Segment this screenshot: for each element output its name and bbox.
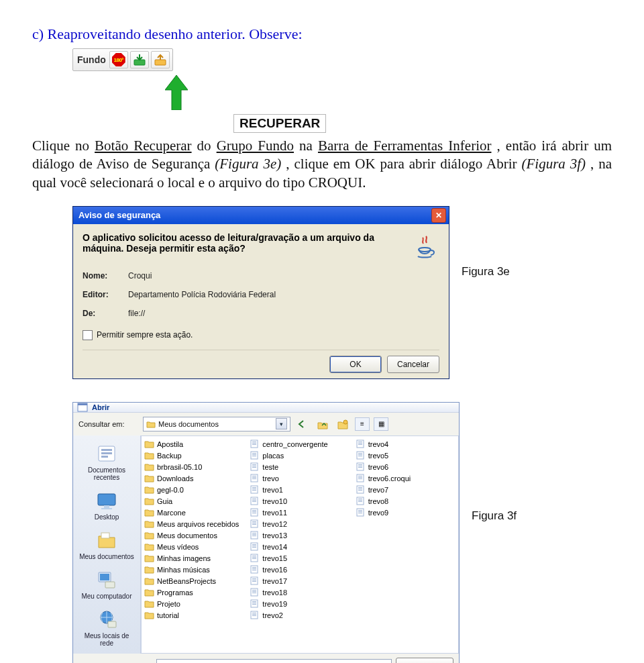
file-item[interactable]: Minhas imagens [144,553,244,564]
file-item[interactable]: Projeto [144,599,244,609]
always-allow-checkbox[interactable] [83,330,93,340]
file-item[interactable]: trevo4 [356,439,455,450]
svg-rect-74 [252,593,256,593]
folder-icon [144,440,154,449]
svg-rect-108 [358,510,362,511]
file-item[interactable]: Marcone [144,507,244,518]
folder-icon [144,576,154,586]
up-button[interactable] [315,417,331,431]
file-item[interactable]: trevo17 [250,576,350,586]
file-item[interactable]: teste [250,462,350,472]
file-item[interactable]: trevo5 [356,450,455,461]
file-item[interactable]: Guia [144,496,244,507]
file-item[interactable]: trevo10 [250,496,350,507]
file-item[interactable]: trevo13 [250,530,350,541]
file-item[interactable]: trevo1 [250,484,350,495]
svg-rect-42 [252,501,256,502]
file-item[interactable]: Meus arquivos recebidos [144,519,244,529]
file-item[interactable]: trevo9 [356,507,455,518]
file-item[interactable]: trevo8 [356,496,455,507]
place-label: Desktop [95,513,119,521]
recent-icon [95,442,119,465]
file-icon [250,497,260,506]
save-background-button[interactable] [130,51,149,68]
file-item[interactable]: trevo2 [250,610,350,621]
svg-point-5 [343,420,347,424]
rotate-180-icon: 180° [112,53,125,66]
svg-rect-60 [252,556,256,556]
cancel-button[interactable]: Cancelar [387,356,439,373]
file-item[interactable]: Minhas músicas [144,564,244,575]
file-item[interactable]: Backup [144,450,244,461]
svg-rect-99 [357,486,364,493]
rotate-180-button[interactable]: 180° [109,51,128,68]
file-item[interactable]: placas [250,450,350,461]
folder-icon [144,588,154,597]
file-icon [250,519,260,529]
chevron-down-icon: ▾ [276,418,287,429]
file-name: trevo1 [262,486,283,494]
file-item[interactable]: Downloads [144,473,244,484]
text-underline: Barra de Ferramentas Inferior [318,138,492,154]
svg-rect-104 [358,499,362,499]
new-folder-button[interactable] [335,417,351,431]
lookin-dropdown[interactable]: Meus documentos ▾ [143,417,290,431]
file-item[interactable]: Meus vídeos [144,542,244,552]
file-name: centro_convergente [262,440,327,448]
file-item[interactable]: Meus documentos [144,530,244,541]
file-item[interactable]: trevo15 [250,553,350,564]
file-name: Apostila [157,440,183,448]
file-item[interactable]: NetBeansProjects [144,576,244,586]
file-item[interactable]: Apostila [144,439,244,450]
file-item[interactable]: trevo [250,473,350,484]
file-item[interactable]: gegl-0.0 [144,484,244,495]
file-item[interactable]: trevo12 [250,519,350,529]
place-mypc[interactable]: Meu computador [77,566,136,603]
file-list[interactable]: ApostilaBackupbrbrasil-05.10Downloadsgeg… [141,436,459,654]
place-mynet[interactable]: Meus locais de rede [77,605,136,650]
svg-rect-71 [251,589,258,596]
svg-rect-15 [100,574,109,580]
file-item[interactable]: trevo14 [250,542,350,552]
svg-rect-30 [252,467,256,468]
callout-label-box: RECUPERAR [233,114,326,133]
open-button[interactable]: Abrir [396,658,453,663]
file-item[interactable]: tutorial [144,610,244,621]
file-name: trevo19 [262,600,287,608]
toolbar-label: Fundo [76,54,107,65]
svg-rect-32 [252,476,256,476]
file-name: brbrasil-05.10 [157,463,202,471]
svg-rect-10 [98,494,115,505]
file-item[interactable]: trevo16 [250,564,350,575]
folder-icon [144,485,154,495]
folder-icon [144,599,154,609]
toolbar-fundo-wrap: Fundo 180° [72,48,612,110]
svg-rect-16 [105,582,115,588]
close-button[interactable]: ✕ [431,208,446,223]
svg-rect-11 [104,505,109,508]
place-desktop[interactable]: Desktop [77,487,136,523]
file-name: trevo10 [262,497,287,505]
svg-rect-101 [358,489,362,489]
file-item[interactable]: Programas [144,587,244,598]
file-item[interactable]: trevo7 [356,484,455,495]
file-item[interactable]: brbrasil-05.10 [144,462,244,472]
file-name: Marcone [157,509,186,517]
place-recent[interactable]: Documentos recentes [77,440,136,484]
place-mydocs[interactable]: Meus documentos [77,526,136,563]
view-list-button[interactable]: ≡ [355,417,370,431]
file-item[interactable]: trevo19 [250,599,350,609]
file-item[interactable]: trevo6 [356,462,455,472]
file-item[interactable]: trevo18 [250,587,350,598]
ok-button[interactable]: OK [329,356,382,373]
value-from: file:// [128,309,145,318]
file-item[interactable]: trevo6.croqui [356,473,455,484]
back-button[interactable] [294,417,311,431]
view-details-button[interactable]: ▦ [374,417,388,431]
dialog-titlebar: Aviso de segurança ✕ [73,207,449,224]
svg-rect-106 [358,501,362,502]
filename-field[interactable] [156,659,392,663]
file-item[interactable]: trevo11 [250,507,350,518]
recover-background-button[interactable] [151,51,170,68]
file-item[interactable]: centro_convergente [250,439,350,450]
